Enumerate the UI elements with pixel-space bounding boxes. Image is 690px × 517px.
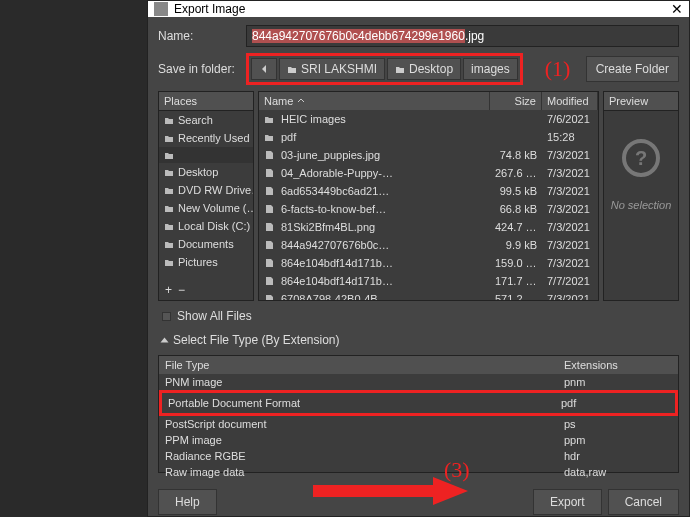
- titlebar: Export Image ✕: [148, 1, 689, 17]
- save-in-label: Save in folder:: [158, 62, 238, 76]
- file-row[interactable]: 864e104bdf14d171b…159.0 kB7/3/2021: [259, 254, 598, 272]
- col-filetype: File Type: [159, 356, 558, 374]
- export-button[interactable]: Export: [533, 489, 602, 515]
- file-row[interactable]: 81Ski2Bfm4BL.png424.7 kB7/3/2021: [259, 218, 598, 236]
- file-row[interactable]: 864e104bdf14d171b…171.7 kB7/7/2021: [259, 272, 598, 290]
- select-filetype-toggle[interactable]: Select File Type (By Extension): [158, 331, 679, 349]
- breadcrumb-back[interactable]: [251, 58, 277, 80]
- breadcrumb: SRI LAKSHMI Desktop images: [246, 53, 523, 85]
- help-button[interactable]: Help: [158, 489, 217, 515]
- name-label: Name:: [158, 29, 238, 43]
- sidebar-item[interactable]: Local Disk (C:): [159, 217, 253, 235]
- preview-header: Preview: [604, 92, 678, 111]
- filetype-row[interactable]: PostScript documentps: [159, 416, 678, 432]
- file-row[interactable]: 6-facts-to-know-bef…66.8 kB7/3/2021: [259, 200, 598, 218]
- sidebar-item[interactable]: Recently Used: [159, 129, 253, 147]
- filetype-row[interactable]: Raw image datadata,raw: [159, 464, 678, 480]
- filetype-row[interactable]: PNM imagepnm: [159, 374, 678, 390]
- file-row[interactable]: 04_Adorable-Puppy-…267.6 kB7/3/2021: [259, 164, 598, 182]
- breadcrumb-item[interactable]: images: [463, 58, 518, 80]
- chevron-down-icon: [161, 338, 169, 343]
- col-size[interactable]: Size: [490, 92, 542, 110]
- app-icon: [154, 2, 168, 16]
- sidebar-item[interactable]: DVD RW Drive…: [159, 181, 253, 199]
- places-header: Places: [159, 92, 253, 111]
- sidebar-item[interactable]: Desktop: [159, 163, 253, 181]
- checkbox-icon: [162, 312, 171, 321]
- cancel-button[interactable]: Cancel: [608, 489, 679, 515]
- file-list: Name Size Modified HEIC images7/6/2021pd…: [258, 91, 599, 301]
- filename-selected: 844a942707676b0c4debb674299e1960: [252, 29, 465, 43]
- create-folder-button[interactable]: Create Folder: [586, 56, 679, 82]
- file-row[interactable]: 6ad653449bc6ad21…99.5 kB7/3/2021: [259, 182, 598, 200]
- sidebar-item[interactable]: [159, 147, 253, 163]
- dialog-title: Export Image: [174, 2, 245, 16]
- breadcrumb-item[interactable]: SRI LAKSHMI: [279, 58, 385, 80]
- file-row[interactable]: 03-june_puppies.jpg74.8 kB7/3/2021: [259, 146, 598, 164]
- filename-input[interactable]: 844a942707676b0c4debb674299e1960 .jpg: [246, 25, 679, 47]
- close-icon[interactable]: ✕: [671, 1, 683, 17]
- filetype-row[interactable]: PPM imageppm: [159, 432, 678, 448]
- filetype-row[interactable]: Portable Document Formatpdf: [159, 390, 678, 416]
- svg-rect-0: [313, 485, 433, 497]
- show-all-toggle[interactable]: Show All Files: [158, 307, 679, 325]
- preview-message: No selection: [611, 199, 672, 211]
- file-row[interactable]: HEIC images7/6/2021: [259, 110, 598, 128]
- annotation-1: (1): [545, 56, 571, 82]
- filetype-row[interactable]: Radiance RGBEhdr: [159, 448, 678, 464]
- remove-place-button[interactable]: −: [178, 283, 185, 297]
- button-bar: Help Export Cancel (3): [148, 481, 689, 517]
- col-modified[interactable]: Modified: [542, 92, 598, 110]
- col-extensions: Extensions: [558, 356, 678, 374]
- file-row[interactable]: 6708A798-42B0-4B…571.2 kB7/3/2021: [259, 290, 598, 300]
- add-place-button[interactable]: +: [165, 283, 172, 297]
- file-row[interactable]: 844a942707676b0c…9.9 kB7/3/2021: [259, 236, 598, 254]
- filetype-list: File Type Extensions PNM imagepnmPortabl…: [158, 355, 679, 473]
- col-name[interactable]: Name: [259, 92, 490, 110]
- filename-ext: .jpg: [465, 29, 484, 43]
- sidebar-item[interactable]: New Volume (…: [159, 199, 253, 217]
- breadcrumb-item[interactable]: Desktop: [387, 58, 461, 80]
- places-panel: Places SearchRecently UsedDesktopDVD RW …: [158, 91, 254, 301]
- file-row[interactable]: pdf15:28: [259, 128, 598, 146]
- sidebar-item[interactable]: Search: [159, 111, 253, 129]
- preview-panel: Preview ? No selection: [603, 91, 679, 301]
- question-icon: ?: [622, 139, 660, 177]
- sidebar-item[interactable]: Documents: [159, 235, 253, 253]
- sidebar-item[interactable]: Pictures: [159, 253, 253, 271]
- export-dialog: Export Image ✕ Name: 844a942707676b0c4de…: [147, 0, 690, 517]
